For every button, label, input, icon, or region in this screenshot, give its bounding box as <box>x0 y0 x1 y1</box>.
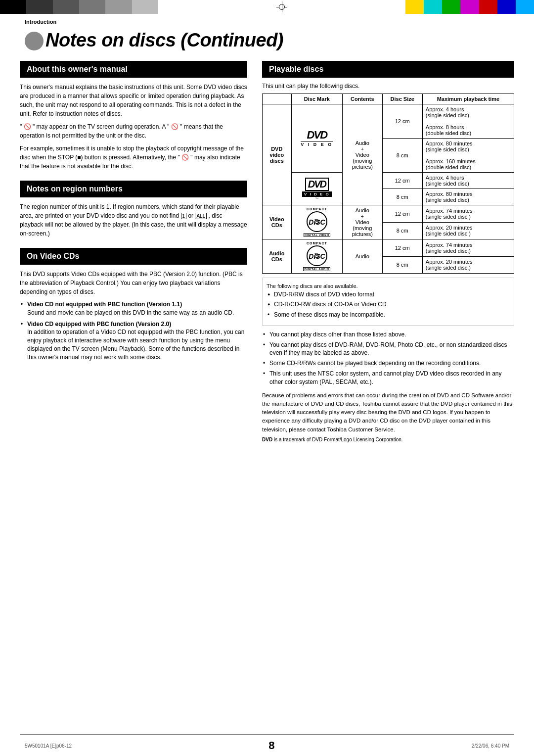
vcd-logo: COMPACT DiSC DIGITAL VIDEO <box>295 207 339 237</box>
vcd-time-8cm: Approx. 20 minutes(single sided disc ) <box>422 222 514 239</box>
page-title-area: Notes on discs (Continued) <box>0 25 534 61</box>
about-manual-header: About this owner's manual <box>20 61 247 78</box>
crosshair-icon <box>276 1 287 12</box>
about-manual-p2: " 🚫 " may appear on the TV screen during… <box>20 122 247 140</box>
trademark-note: DVD is a trademark of DVD Format/Logo Li… <box>262 437 514 442</box>
dvd-size-8cm: 8 cm <box>382 139 422 173</box>
table-row-dvd: DVDvideodiscs DVD V I D E O Audio+Video(… <box>263 104 514 139</box>
dvd2-size-12cm: 12 cm <box>382 173 422 189</box>
right-column: Playable discs This unit can play the fo… <box>262 61 514 450</box>
acd-logo: COMPACT DiSC DIGITAL AUDIO <box>295 241 339 271</box>
pbc-v2-title: Video CD equipped with PBC function (Ver… <box>27 321 171 328</box>
footer-center: 8 <box>268 739 274 752</box>
th-empty <box>263 94 292 104</box>
th-disc-mark: Disc Mark <box>291 94 342 104</box>
left-column: About this owner's manual This owner's m… <box>20 61 247 450</box>
svg-text:DiSC: DiSC <box>309 218 325 226</box>
note-2: You cannot play discs of DVD-RAM, DVD-RO… <box>262 341 514 358</box>
also-available-text: The following discs are also available. <box>267 282 510 290</box>
pbc-v2-text: In addition to operation of a Video CD n… <box>27 329 244 360</box>
dvd2-size-8cm: 8 cm <box>382 189 422 205</box>
also-item-2: CD-R/CD-RW discs of CD-DA or Video CD <box>267 300 510 309</box>
pbc-v2-item: Video CD equipped with PBC function (Ver… <box>20 320 247 362</box>
final-note: Because of problems and errors that can … <box>262 391 514 434</box>
playable-discs-section: Playable discs This unit can play the fo… <box>262 61 514 442</box>
acd-disc-mark: COMPACT DiSC DIGITAL AUDIO <box>291 239 342 274</box>
playable-discs-notes: You cannot play discs other than those l… <box>262 331 514 386</box>
vcd-disc-shape: DiSC <box>306 211 328 233</box>
playable-discs-intro: This unit can play the following discs. <box>262 83 514 90</box>
footer: 5W50101A [E]p06-12 8 2/22/06, 6:40 PM <box>0 734 534 756</box>
dvd2-time-12cm: Approx. 4 hours(single sided disc) <box>422 173 514 189</box>
pbc-v1-item: Video CD not equipped with PBC function … <box>20 300 247 317</box>
dvd2-time-8cm: Approx. 80 minutes(single sided disc) <box>422 189 514 205</box>
also-available-list: DVD-R/RW discs of DVD video format CD-R/… <box>267 290 510 319</box>
acd-category: AudioCDs <box>263 239 292 274</box>
top-bar-black-gradient <box>0 0 158 14</box>
on-video-cds-content: This DVD supports Video CDs equipped wit… <box>20 270 247 362</box>
acd-disc-shape: DiSC <box>306 245 328 267</box>
page-title: Notes on discs (Continued) <box>45 30 283 50</box>
acd-time-12cm: Approx. 74 minutes(single sided disc.) <box>422 239 514 257</box>
vcd-size-12cm: 12 cm <box>382 205 422 223</box>
region-numbers-text: The region number of this unit is 1. If … <box>20 202 247 238</box>
table-row-acd: AudioCDs COMPACT DiSC <box>263 239 514 257</box>
dvd2-disc-mark: DVD V I D E O ™ <box>291 173 342 205</box>
region-numbers-section: Notes on region numbers The region numbe… <box>20 181 247 238</box>
about-manual-content: This owner's manual explains the basic i… <box>20 83 247 171</box>
about-manual-p3: For example, sometimes it is unable to s… <box>20 144 247 171</box>
footer-left-code: 5W50101A [E]p06-12 <box>25 743 72 749</box>
svg-text:DiSC: DiSC <box>309 252 325 260</box>
page-number: 8 <box>268 739 274 752</box>
th-max-time: Maximum playback time <box>422 94 514 104</box>
footer-date: 2/22/06, 6:40 PM <box>472 743 509 749</box>
note-3: Some CD-R/RWs cannot be played back depe… <box>262 359 514 368</box>
top-color-bar <box>0 0 534 14</box>
acd-size-8cm: 8 cm <box>382 256 422 274</box>
dvd-disc-mark: DVD V I D E O <box>291 104 342 173</box>
also-item-1: DVD-R/RW discs of DVD video format <box>267 290 510 299</box>
pbc-v1-text: Sound and movie can be played on this DV… <box>27 309 234 316</box>
acd-size-12cm: 12 cm <box>382 239 422 257</box>
th-contents: Contents <box>343 94 382 104</box>
header-area: Introduction <box>0 14 534 25</box>
dvd-contents: Audio+Video(movingpictures) <box>343 104 382 205</box>
about-manual-section: About this owner's manual This owner's m… <box>20 61 247 171</box>
dvd-logo: DVD V I D E O <box>295 130 339 147</box>
acd-time-8cm: Approx. 20 minutes(single sided disc.) <box>422 256 514 274</box>
dvd-logo2: DVD V I D E O ™ <box>295 178 339 200</box>
note-1: You cannot play discs other than those l… <box>262 331 514 339</box>
main-content: About this owner's manual This owner's m… <box>0 61 534 450</box>
table-row-dvd2: DVD V I D E O ™ 12 cm Approx. 4 hours(si… <box>263 173 514 189</box>
dvd-time-12cm: Approx. 4 hours(single sided disc)Approx… <box>422 104 514 139</box>
dvd-category: DVDvideodiscs <box>263 104 292 205</box>
playable-discs-header: Playable discs <box>262 61 514 78</box>
th-disc-size: Disc Size <box>382 94 422 104</box>
footer-content: 5W50101A [E]p06-12 8 2/22/06, 6:40 PM <box>0 735 534 756</box>
vcd-category: VideoCDs <box>263 205 292 239</box>
region-numbers-content: The region number of this unit is 1. If … <box>20 202 247 238</box>
dvd-time-8cm: Approx. 80 minutes(single sided disc)App… <box>422 139 514 173</box>
title-circle-decoration <box>25 32 44 50</box>
on-video-cds-intro: This DVD supports Video CDs equipped wit… <box>20 270 247 296</box>
about-manual-p1: This owner's manual explains the basic i… <box>20 83 247 118</box>
also-available-box: The following discs are also available. … <box>262 278 514 326</box>
table-row-vcd: VideoCDs COMPACT DiSC <box>263 205 514 223</box>
section-label: Introduction <box>25 19 56 25</box>
also-item-3: Some of these discs may be incompatible. <box>267 311 510 319</box>
vcd-contents: Audio+Video(movingpictures) <box>343 205 382 239</box>
disc-table: Disc Mark Contents Disc Size Maximum pla… <box>262 94 514 274</box>
vcd-disc-mark: COMPACT DiSC DIGITAL VIDEO <box>291 205 342 239</box>
top-bar-center <box>158 0 405 14</box>
on-video-cds-list: Video CD not equipped with PBC function … <box>20 300 247 362</box>
on-video-cds-section: On Video CDs This DVD supports Video CDs… <box>20 248 247 362</box>
dvd-size-12cm: 12 cm <box>382 104 422 139</box>
acd-contents: Audio <box>343 239 382 274</box>
on-video-cds-header: On Video CDs <box>20 248 247 265</box>
note-4: This unit uses the NTSC color system, an… <box>262 370 514 386</box>
vcd-time-12cm: Approx. 74 minutes(single sided disc ) <box>422 205 514 223</box>
region-numbers-header: Notes on region numbers <box>20 181 247 197</box>
top-bar-colors <box>405 0 534 14</box>
pbc-v1-title: Video CD not equipped with PBC function … <box>27 301 182 308</box>
vcd-size-8cm: 8 cm <box>382 222 422 239</box>
